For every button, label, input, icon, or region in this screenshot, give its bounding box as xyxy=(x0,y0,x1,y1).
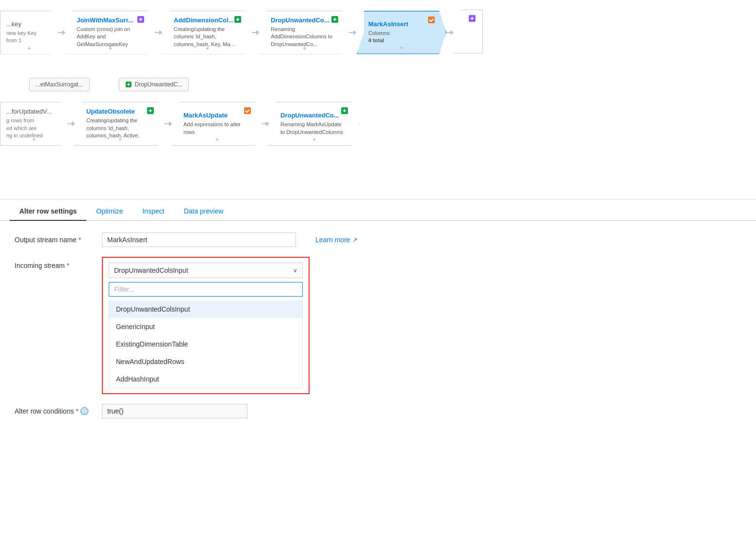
incoming-stream-dropdown-container: DropUnwantedColsInput ∨ DropUnwantedCols… xyxy=(102,257,310,394)
incoming-stream-dropdown-trigger[interactable]: DropUnwantedColsInput ∨ xyxy=(109,263,303,278)
incoming-stream-selected-value: DropUnwantedColsInput xyxy=(114,266,188,274)
node-add-dim-plus[interactable]: + xyxy=(205,44,209,52)
output-stream-row: Output stream name * Learn more ↗ xyxy=(15,232,741,247)
dropdown-option-drop-unwanted-cols-input[interactable]: DropUnwantedColsInput xyxy=(109,300,302,318)
tabs-bar: Alter row settings Optimize Inspect Data… xyxy=(0,199,756,221)
bottom-panel: Alter row settings Optimize Inspect Data… xyxy=(0,199,756,548)
node-mark-insert-desc: Columns:4 total xyxy=(368,30,408,45)
drop-unwanted-c-label: DropUnwantedC... xyxy=(135,81,183,88)
alter-row-conditions-row: Alter row conditions * ⓘ true() xyxy=(15,404,741,418)
svg-rect-7 xyxy=(244,107,251,114)
arrow-4 xyxy=(349,30,357,35)
alter-row-conditions-label: Alter row conditions * ⓘ xyxy=(15,407,92,415)
join-icon xyxy=(136,15,145,25)
mark-insert-icon xyxy=(427,16,436,26)
drop-c-dashed-icon xyxy=(125,81,132,88)
dropdown-option-new-and-updated-rows[interactable]: NewAndUpdatedRows xyxy=(109,353,302,370)
arrow-5 xyxy=(446,30,454,35)
node-drop-row2-plus[interactable]: + xyxy=(312,135,316,143)
node-update-obsolete-plus[interactable]: + xyxy=(118,135,122,143)
node-drop-row2-title: DropUnwantedCo... xyxy=(280,112,344,119)
node-mark-update-plus[interactable]: + xyxy=(215,135,219,143)
node-key[interactable]: ...key new key Keyfrom 1 + xyxy=(0,11,58,54)
node-drop-unwanted-row2[interactable]: DropUnwantedCo... Renaming MarkAsUpdate … xyxy=(269,102,359,146)
node-for-updated-title: ...forUpdatedV... xyxy=(6,108,51,115)
node-key-plus[interactable]: + xyxy=(27,44,31,52)
last-node-icon xyxy=(468,14,477,24)
output-stream-label: Output stream name * xyxy=(15,236,92,244)
node-for-updated-plus[interactable]: + xyxy=(32,135,36,143)
incoming-stream-filter-input[interactable] xyxy=(109,282,303,297)
tab-optimize[interactable]: Optimize xyxy=(86,202,132,221)
node-drop-unwanted[interactable]: DropUnwantedCo... Renaming AddDimensionC… xyxy=(260,11,349,54)
incoming-stream-outer-row: Incoming stream * DropUnwantedColsInput … xyxy=(15,257,741,394)
node-mark-update-desc: Add expressions to alter rows xyxy=(183,121,247,136)
arrow-1 xyxy=(58,30,66,35)
arrow-row2-3 xyxy=(262,121,269,126)
arrow-3 xyxy=(252,30,260,35)
node-drop-unwanted-plus[interactable]: + xyxy=(302,44,306,52)
incoming-stream-dropdown-list: DropUnwantedColsInput GenericInput Exist… xyxy=(109,300,303,388)
node-for-updated-v[interactable]: ...forUpdatedV... g rows fromed which ar… xyxy=(0,102,68,146)
output-stream-required: * xyxy=(79,236,81,244)
node-get-max-surrogate-dashed[interactable]: ...etMaxSurrogat... xyxy=(29,78,90,91)
alter-row-conditions-required: * xyxy=(76,407,78,415)
learn-more-link[interactable]: Learn more ↗ xyxy=(315,236,358,244)
tab-alter-row-settings[interactable]: Alter row settings xyxy=(10,202,86,221)
node-last-right[interactable] xyxy=(454,10,483,55)
incoming-stream-label: Incoming stream * xyxy=(15,262,92,269)
arrow-2 xyxy=(155,30,163,35)
dropdown-chevron-icon: ∨ xyxy=(293,267,297,274)
node-key-desc: new key Keyfrom 1 xyxy=(6,30,36,45)
alter-row-conditions-info-icon[interactable]: ⓘ xyxy=(81,407,88,415)
alter-row-conditions-value: true() xyxy=(102,404,247,418)
tab-data-preview[interactable]: Data preview xyxy=(174,202,233,221)
tab-inspect[interactable]: Inspect xyxy=(132,202,174,221)
pipeline-canvas: ...key new key Keyfrom 1 + JoinWithMaxSu… xyxy=(0,0,756,199)
incoming-stream-required: * xyxy=(66,262,69,269)
node-update-obsolete-title: UpdateObsolete xyxy=(86,108,149,115)
node-join-plus[interactable]: + xyxy=(108,44,112,52)
node-mark-as-update[interactable]: MarkAsUpdate Add expressions to alter ro… xyxy=(172,102,262,146)
node-drop-row2-desc: Renaming MarkAsUpdate to DropUnwantedCol… xyxy=(280,121,344,136)
get-max-surrogate-label: ...etMaxSurrogat... xyxy=(35,81,83,88)
node-update-obsolete[interactable]: UpdateObsolete Creating/updating the col… xyxy=(75,102,165,146)
node-drop-unwanted-c-dashed[interactable]: DropUnwantedC... xyxy=(119,78,189,91)
arrow-row2-1 xyxy=(68,121,75,126)
pipeline-row-1: ...key new key Keyfrom 1 + JoinWithMaxSu… xyxy=(0,10,483,55)
node-key-title: ...key xyxy=(6,20,36,28)
secondary-nodes-row1: ...etMaxSurrogat... DropUnwantedC... xyxy=(29,78,189,91)
node-mark-insert-title: MarkAsInsert xyxy=(368,20,408,28)
node-join-with-max-surr[interactable]: JoinWithMaxSurr... Custom (cross) join o… xyxy=(66,11,155,54)
drop-row2-icon xyxy=(340,106,349,116)
node-add-dimension-col[interactable]: AddDimensionCol... Creating/updating the… xyxy=(163,11,252,54)
node-drop-unwanted-title: DropUnwantedCo... xyxy=(271,17,334,24)
learn-more-external-icon: ↗ xyxy=(352,236,358,244)
node-join-title: JoinWithMaxSurr... xyxy=(77,17,140,24)
node-mark-update-title: MarkAsUpdate xyxy=(183,112,247,119)
pipeline-row-2: ...forUpdatedV... g rows fromed which ar… xyxy=(0,102,359,146)
settings-panel: Output stream name * Learn more ↗ Incomi… xyxy=(0,221,756,430)
output-stream-input[interactable] xyxy=(102,232,296,247)
node-add-dim-title: AddDimensionCol... xyxy=(174,17,237,24)
dropdown-option-generic-input[interactable]: GenericInput xyxy=(109,318,302,335)
mark-update-icon xyxy=(243,106,252,116)
node-mark-insert-plus[interactable]: + xyxy=(399,44,403,51)
learn-more-label: Learn more xyxy=(315,236,350,244)
node-for-updated-desc: g rows fromed which areng in undefined xyxy=(6,117,51,139)
arrow-row2-2 xyxy=(165,121,172,126)
dropdown-option-existing-dimension-table[interactable]: ExistingDimensionTable xyxy=(109,335,302,353)
dropdown-option-add-hash-input[interactable]: AddHashInput xyxy=(109,370,302,388)
svg-rect-3 xyxy=(428,17,435,23)
add-dim-icon xyxy=(233,15,242,25)
update-obsolete-icon xyxy=(146,106,155,116)
drop-unwanted-icon xyxy=(330,15,339,25)
node-mark-as-insert[interactable]: MarkAsInsert Columns:4 total + xyxy=(357,11,446,54)
